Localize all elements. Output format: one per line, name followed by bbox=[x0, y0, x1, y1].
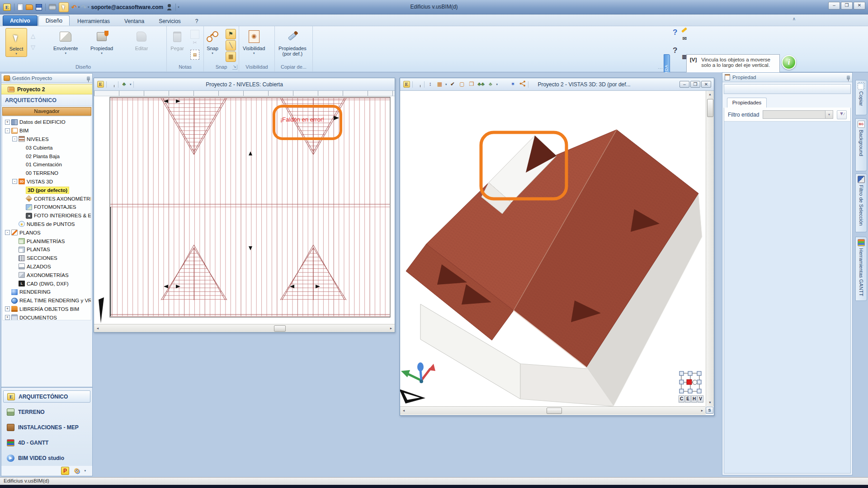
selection-marquee-icon[interactable]: ▢ bbox=[458, 80, 466, 88]
tree-expander[interactable]: - bbox=[12, 136, 17, 141]
tab-diseno[interactable]: Diseño bbox=[38, 15, 70, 26]
window-3d-titlebar[interactable]: E ↕ ▦▾ ✔ ▢ ❐ ♣♣ ♣▾ ✶ Proyecto 2 - VISTAS… bbox=[400, 78, 714, 91]
h-scrollbar-2d[interactable]: ◄ ► bbox=[94, 324, 395, 332]
side-tab-filtro-de-selecci-n[interactable]: Filtro de Selección bbox=[855, 174, 867, 232]
view-button-h[interactable]: H bbox=[691, 395, 697, 403]
tab-servicios[interactable]: Servicios bbox=[152, 16, 188, 26]
tree-item[interactable]: CORTES AXONOMÉTRIC bbox=[3, 194, 91, 203]
tree-item[interactable]: -BIM bbox=[3, 127, 91, 135]
tree-item[interactable]: -3DVISTAS 3D bbox=[3, 178, 91, 186]
check-marker-icon[interactable]: ✔ bbox=[449, 80, 457, 88]
plant-icon[interactable]: ♣ bbox=[487, 80, 495, 88]
module-dropdown-icon[interactable]: ▾ bbox=[84, 469, 86, 473]
v-scrollbar-3d[interactable]: ▲ ▼ bbox=[706, 91, 714, 406]
snap-dialog-launcher[interactable]: ↘ bbox=[232, 65, 237, 70]
window-2d-titlebar[interactable]: E ♣ ▾ Proyecto 2 - NIVELES: Cubierta bbox=[94, 78, 395, 91]
split-corner-button[interactable]: S bbox=[706, 407, 713, 414]
maximize-button[interactable]: ❐ bbox=[841, 2, 853, 9]
minimize-button[interactable]: – bbox=[828, 2, 840, 9]
tree-item[interactable]: FOTO INTERIORES & E bbox=[3, 211, 91, 220]
tree-item[interactable]: RENDERING bbox=[3, 288, 91, 296]
grips-widget[interactable] bbox=[678, 370, 703, 395]
snap-hatch-toggle[interactable]: ▦ bbox=[226, 52, 236, 62]
filter-entity-select[interactable]: ▼ bbox=[763, 110, 833, 119]
tree-item[interactable]: FOTOMONTAJES bbox=[3, 203, 91, 211]
pin-icon[interactable] bbox=[847, 75, 850, 80]
close-button[interactable]: ✕ bbox=[701, 81, 711, 88]
module-video[interactable]: ▶BIM VIDEO studio bbox=[3, 452, 90, 464]
tree-expander[interactable]: - bbox=[12, 179, 17, 184]
tab-archivo[interactable]: Archivo bbox=[3, 15, 38, 26]
tab-herramientas[interactable]: Herramientas bbox=[71, 16, 117, 26]
navigator-header[interactable]: Navegador bbox=[2, 107, 91, 116]
select-button[interactable]: Select▾ bbox=[5, 28, 27, 57]
pin-icon[interactable] bbox=[415, 80, 422, 88]
snap-diagonal-toggle[interactable]: ╲ bbox=[226, 40, 236, 51]
ribbon-collapse-icon[interactable]: ∧ bbox=[793, 16, 796, 21]
help-contact-icon[interactable]: ?✉ bbox=[673, 28, 685, 41]
tree-item[interactable]: 3D (por defecto) bbox=[3, 186, 91, 194]
order-spinners[interactable]: △▽ bbox=[31, 33, 35, 51]
tab-propiedades[interactable]: Propiedades bbox=[727, 98, 767, 108]
tree-item[interactable]: 03 Cubierta bbox=[3, 143, 91, 152]
render-sphere-icon[interactable] bbox=[500, 80, 507, 88]
tree-item[interactable]: 01 Cimentación bbox=[3, 160, 91, 169]
snap-button[interactable]: Snap▾ bbox=[205, 29, 220, 55]
tree-item[interactable]: SECCIONES bbox=[3, 254, 91, 263]
vegetation-icon[interactable]: ♣ bbox=[120, 80, 128, 88]
tree-item[interactable]: ALZADOS bbox=[3, 263, 91, 271]
envolvente-button[interactable]: Envolvente▾ bbox=[53, 29, 78, 55]
tree-item[interactable]: LCAD (DWG, DXF) bbox=[3, 279, 91, 288]
tree-item[interactable]: +DOCUMENTOS bbox=[3, 313, 91, 320]
tab-ventana[interactable]: Ventana bbox=[118, 16, 151, 26]
pin-icon[interactable] bbox=[108, 80, 116, 88]
info-button[interactable]: i bbox=[782, 55, 796, 70]
tree-expander[interactable]: + bbox=[5, 120, 10, 125]
filter-icon[interactable]: ▼∕ bbox=[837, 110, 847, 119]
tree-item[interactable]: +Datos del EDIFICIO bbox=[3, 118, 91, 127]
tree-item[interactable]: AXONOMETRÍAS bbox=[3, 271, 91, 279]
tree-expander[interactable]: - bbox=[5, 128, 10, 133]
tree-item[interactable]: NUBES de PUNTOS bbox=[3, 220, 91, 229]
model-3d-canvas[interactable] bbox=[400, 91, 705, 406]
texture-pattern-icon[interactable]: ▦ bbox=[436, 80, 443, 88]
module-terreno[interactable]: TERRENO bbox=[3, 406, 90, 418]
tree-item[interactable]: 02 Planta Baja bbox=[3, 152, 91, 160]
side-tab-copiar[interactable]: Copiar bbox=[855, 80, 867, 115]
tree-item[interactable]: -NIVELES bbox=[3, 135, 91, 144]
primus-icon[interactable]: P bbox=[61, 467, 69, 475]
view-button-e[interactable]: E bbox=[685, 395, 691, 403]
snap-flag-toggle[interactable]: ⚑ bbox=[226, 29, 236, 39]
tree-item[interactable]: REAL TIME RENDERING y VR bbox=[3, 296, 91, 305]
side-tab-herramientas-gantt[interactable]: Herramientas GANTT bbox=[855, 237, 867, 301]
help-video-icon[interactable]: ?▥ bbox=[673, 46, 685, 59]
propiedades-pordef-button[interactable]: Propiedades(por def.) bbox=[278, 29, 307, 56]
trees-icon[interactable]: ♣♣ bbox=[477, 80, 485, 88]
h-scrollbar-3d[interactable]: ◄ ► bbox=[400, 406, 706, 415]
copy-pages-icon[interactable]: ❐ bbox=[468, 80, 476, 88]
share-icon[interactable] bbox=[519, 80, 526, 88]
tree-expander[interactable]: + bbox=[5, 306, 10, 311]
module-mep[interactable]: INSTALACIONES - MEP bbox=[3, 421, 90, 433]
view-button-v[interactable]: V bbox=[698, 395, 703, 403]
visibilidad-button[interactable]: Visibilidad▾ bbox=[243, 29, 265, 55]
tree-item[interactable]: +LIBRERÍA OBJETOS BIM bbox=[3, 305, 91, 314]
view-button-c[interactable]: C bbox=[679, 395, 684, 403]
minimize-button[interactable]: – bbox=[679, 81, 689, 88]
maximize-button[interactable]: ❐ bbox=[690, 81, 700, 88]
side-tab-background[interactable]: BGBackground bbox=[855, 118, 867, 171]
settings-gears-icon[interactable]: ⚙ bbox=[74, 467, 80, 475]
tab-help[interactable]: ? bbox=[189, 16, 205, 26]
tree-item[interactable]: PLANIMETRÍAS bbox=[3, 237, 91, 245]
ribbon-overflow-dots[interactable]: ⋮ bbox=[658, 66, 664, 71]
tree-item[interactable]: 00 TERRENO bbox=[3, 169, 91, 178]
tree-item[interactable]: PLANTAS bbox=[3, 245, 91, 254]
close-button[interactable]: ✕ bbox=[854, 2, 865, 9]
project-row[interactable]: Proyecto 2 bbox=[1, 84, 92, 94]
tree-item[interactable]: -PLANOS bbox=[3, 228, 91, 237]
tree-expander[interactable]: + bbox=[5, 315, 10, 320]
navigation-icon[interactable]: ✶ bbox=[509, 80, 517, 88]
plan-canvas[interactable]: ¡Faldón en error! bbox=[94, 96, 395, 324]
pin-icon[interactable] bbox=[87, 76, 90, 80]
paste-special-icon[interactable]: ▤ bbox=[190, 50, 199, 60]
